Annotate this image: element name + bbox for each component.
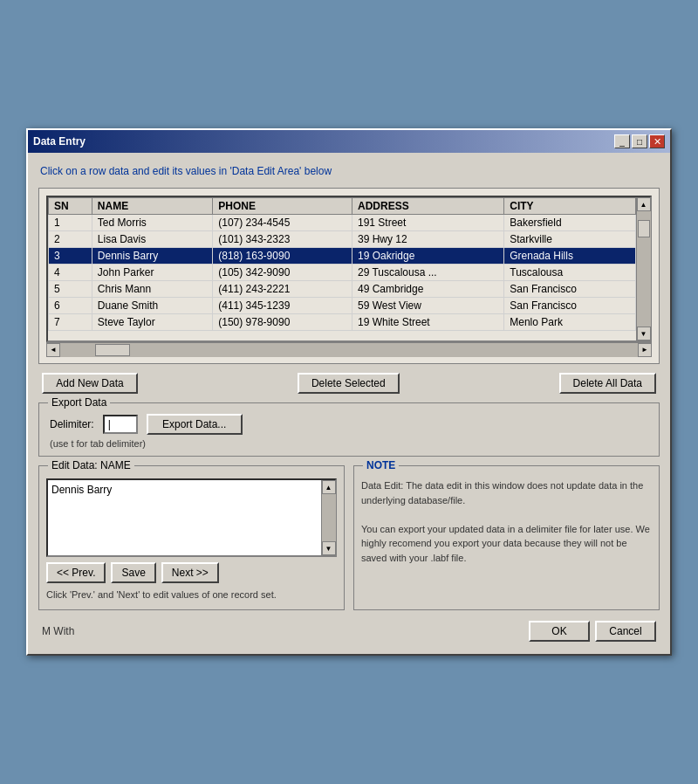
cancel-button[interactable]: Cancel — [595, 621, 656, 642]
save-button[interactable]: Save — [111, 562, 155, 583]
table-row[interactable]: 7Steve Taylor(150) 978-909019 White Stre… — [49, 314, 636, 331]
delete-selected-button[interactable]: Delete Selected — [298, 373, 400, 394]
edit-panel-legend: Edit Data: NAME — [48, 459, 134, 471]
cell-city: San Francisco — [504, 298, 636, 314]
export-legend: Export Data — [48, 396, 110, 409]
cell-name: Ted Morris — [92, 215, 212, 231]
export-row: Delimiter: Export Data... — [50, 414, 648, 435]
table-row[interactable]: 1Ted Morris(107) 234-4545191 StreetBaker… — [49, 215, 636, 231]
cell-address: 191 Street — [352, 215, 503, 231]
window-title: Data Entry — [33, 135, 86, 148]
cell-name: Chris Mann — [92, 281, 212, 298]
scroll-down-arrow[interactable]: ▼ — [637, 327, 651, 340]
cell-sn: 3 — [49, 248, 92, 265]
cell-phone: (818) 163-9090 — [213, 248, 352, 265]
ta-scroll-up[interactable]: ▲ — [322, 480, 336, 494]
ta-scroll-down[interactable]: ▼ — [322, 541, 336, 555]
edit-textarea-scrollbar: ▲ ▼ — [321, 480, 335, 555]
table-row[interactable]: 6Duane Smith(411) 345-123959 West ViewSa… — [49, 298, 636, 314]
next-button[interactable]: Next >> — [161, 562, 219, 583]
action-buttons-row: Add New Data Delete Selected Delete All … — [38, 373, 660, 394]
table-row[interactable]: 2Lisa Davis(101) 343-232339 Hwy 12Starkv… — [49, 231, 636, 248]
cell-name: Duane Smith — [92, 298, 212, 314]
cell-city: Tuscalousa — [504, 265, 636, 281]
cell-city: Bakersfield — [504, 215, 636, 231]
cell-name: Steve Taylor — [92, 314, 212, 331]
table-row[interactable]: 5Chris Mann(411) 243-222149 CambridgeSan… — [49, 281, 636, 298]
cell-sn: 2 — [49, 231, 92, 248]
delimiter-input[interactable] — [103, 415, 138, 434]
cell-sn: 4 — [49, 265, 92, 281]
nav-buttons: << Prev. Save Next >> — [46, 562, 337, 583]
instruction-text: Click on a row data and edit its values … — [38, 162, 660, 181]
edit-panel: Edit Data: NAME ▲ ▼ << Prev. Save Next >… — [38, 465, 345, 609]
cell-sn: 6 — [49, 298, 92, 314]
cell-phone: (101) 343-2323 — [213, 231, 352, 248]
cell-name: Dennis Barry — [92, 248, 212, 265]
data-table: SN NAME PHONE ADDRESS CITY 1Ted Morris(1… — [48, 197, 636, 331]
export-section: Export Data Delimiter: Export Data... (u… — [38, 402, 660, 457]
h-scroll-track — [60, 343, 638, 357]
cell-name: Lisa Davis — [92, 231, 212, 248]
table-main: SN NAME PHONE ADDRESS CITY 1Ted Morris(1… — [48, 197, 636, 340]
col-phone: PHONE — [213, 198, 352, 215]
cell-sn: 7 — [49, 314, 92, 331]
close-button[interactable]: ✕ — [649, 134, 665, 148]
minimize-button[interactable]: _ — [614, 134, 630, 148]
note-legend: NOTE — [363, 459, 399, 471]
table-row[interactable]: 4John Parker(105) 342-909029 Tuscalousa … — [49, 265, 636, 281]
col-name: NAME — [92, 198, 212, 215]
ok-button[interactable]: OK — [529, 621, 590, 642]
vertical-scrollbar: ▲ ▼ — [636, 197, 650, 340]
cell-phone: (107) 234-4545 — [213, 215, 352, 231]
note-text: Data Edit: The data edit in this window … — [361, 478, 652, 565]
cell-address: 29 Tuscalousa ... — [352, 265, 503, 281]
scroll-right-arrow[interactable]: ► — [638, 343, 652, 357]
ta-scroll-track — [322, 494, 336, 541]
cell-phone: (105) 342-9090 — [213, 265, 352, 281]
cell-address: 39 Hwy 12 — [352, 231, 503, 248]
edit-hint: Click 'Prev.' and 'Next' to edit values … — [46, 588, 337, 602]
cell-sn: 1 — [49, 215, 92, 231]
cell-city: San Francisco — [504, 281, 636, 298]
export-data-button[interactable]: Export Data... — [147, 414, 243, 435]
title-bar: Data Entry _ □ ✕ — [28, 130, 670, 153]
col-sn: SN — [49, 198, 92, 215]
edit-textarea-wrapper: ▲ ▼ — [46, 478, 337, 557]
prev-button[interactable]: << Prev. — [46, 562, 106, 583]
scroll-left-arrow[interactable]: ◄ — [46, 343, 60, 357]
maximize-button[interactable]: □ — [632, 134, 647, 148]
col-city: CITY — [504, 198, 636, 215]
cell-address: 59 West View — [352, 298, 503, 314]
delete-all-button[interactable]: Delete All Data — [559, 373, 656, 394]
dialog-window: Data Entry _ □ ✕ Click on a row data and… — [26, 128, 672, 655]
footer-text: M With — [42, 625, 74, 637]
cell-phone: (150) 978-9090 — [213, 314, 352, 331]
bottom-section: Edit Data: NAME ▲ ▼ << Prev. Save Next >… — [38, 465, 660, 609]
note-panel: NOTE Data Edit: The data edit in this wi… — [353, 465, 660, 609]
scroll-up-arrow[interactable]: ▲ — [637, 197, 651, 211]
cell-phone: (411) 243-2221 — [213, 281, 352, 298]
cell-city: Grenada Hills — [504, 248, 636, 265]
cell-address: 49 Cambridge — [352, 281, 503, 298]
scroll-thumb[interactable] — [638, 220, 650, 237]
col-address: ADDRESS — [352, 198, 503, 215]
cell-sn: 5 — [49, 281, 92, 298]
add-new-button[interactable]: Add New Data — [42, 373, 138, 394]
footer-row: M With OK Cancel — [38, 617, 660, 645]
delimiter-label: Delimiter: — [50, 418, 94, 430]
scroll-track — [637, 211, 651, 327]
export-note: (use t for tab delimiter) — [50, 438, 648, 449]
cell-phone: (411) 345-1239 — [213, 298, 352, 314]
dialog-body: Click on a row data and edit its values … — [28, 153, 670, 653]
edit-textarea[interactable] — [48, 480, 321, 555]
cell-city: Menlo Park — [504, 314, 636, 331]
table-section: SN NAME PHONE ADDRESS CITY 1Ted Morris(1… — [38, 188, 660, 364]
title-bar-controls: _ □ ✕ — [614, 134, 665, 148]
footer-buttons: OK Cancel — [529, 621, 656, 642]
horizontal-scrollbar: ◄ ► — [46, 342, 652, 356]
cell-city: Starkville — [504, 231, 636, 248]
cell-address: 19 Oakridge — [352, 248, 503, 265]
table-row[interactable]: 3Dennis Barry(818) 163-909019 OakridgeGr… — [49, 248, 636, 265]
h-scroll-thumb[interactable] — [95, 344, 130, 356]
